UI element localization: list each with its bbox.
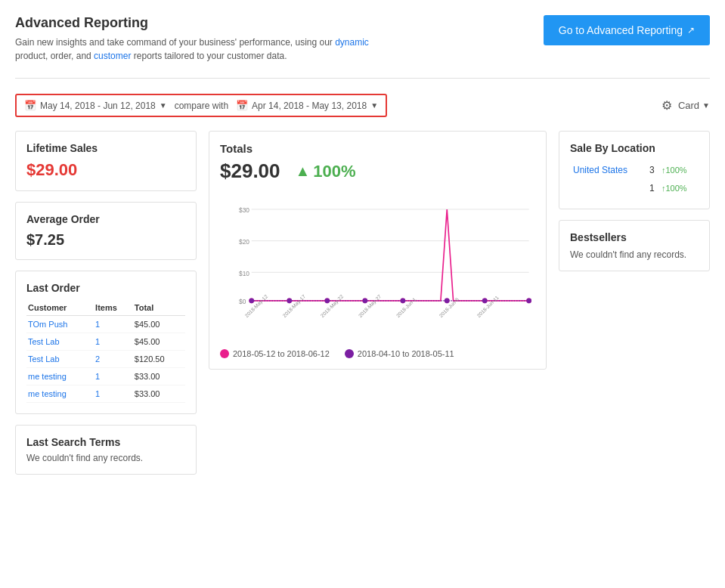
customer-cell[interactable]: me testing xyxy=(26,368,94,385)
last-order-title: Last Order xyxy=(26,282,185,294)
y-label-30: $30 xyxy=(239,206,249,214)
last-order-table: Customer Items Total TOm Push 1 $45.00 T… xyxy=(26,300,185,403)
bestsellers-card: Bestsellers We couldn't find any records… xyxy=(559,220,710,271)
x-label-5: 2018-Jun-1 xyxy=(395,296,417,318)
filter-date-range-container[interactable]: 📅 May 14, 2018 - Jun 12, 2018 ▼ compare … xyxy=(15,94,387,117)
location-pct: ↑100% xyxy=(660,180,697,197)
total-cell: $33.00 xyxy=(133,385,185,403)
external-link-icon: ↗ xyxy=(687,25,695,36)
totals-percent-value: 100% xyxy=(313,162,355,181)
legend-dot-compare xyxy=(345,349,354,358)
lifetime-sales-card: Lifetime Sales $29.00 xyxy=(15,131,197,191)
filter-bar: 📅 May 14, 2018 - Jun 12, 2018 ▼ compare … xyxy=(15,94,710,117)
compare-date-picker[interactable]: 📅 Apr 14, 2018 - May 13, 2018 ▼ xyxy=(236,100,378,111)
x-label-1: 2018-May-12 xyxy=(244,293,270,319)
totals-percent: ▲ 100% xyxy=(296,162,356,181)
table-row: TOm Push 1 $45.00 xyxy=(26,316,185,333)
last-search-title: Last Search Terms xyxy=(26,436,185,448)
items-cell[interactable]: 2 xyxy=(94,351,133,368)
totals-title: Totals xyxy=(220,142,535,155)
chart-svg: $30 $20 $10 $0 xyxy=(220,190,535,342)
desc-link2: customer xyxy=(94,51,131,61)
header-description: Gain new insights and take command of yo… xyxy=(15,36,393,63)
location-row: United States 3 ↑100% xyxy=(572,162,697,178)
total-cell: $45.00 xyxy=(133,333,185,351)
chevron-down-icon-compare: ▼ xyxy=(370,101,378,110)
total-cell: $33.00 xyxy=(133,368,185,385)
average-order-card: Average Order $7.25 xyxy=(15,202,197,260)
items-cell[interactable]: 1 xyxy=(94,333,133,351)
main-grid: Lifetime Sales $29.00 Average Order $7.2… xyxy=(15,131,710,475)
header-left: Advanced Reporting Gain new insights and… xyxy=(15,15,393,63)
calendar-icon-primary: 📅 xyxy=(24,100,36,111)
items-cell[interactable]: 1 xyxy=(94,368,133,385)
y-label-10: $10 xyxy=(239,270,249,277)
lifetime-sales-title: Lifetime Sales xyxy=(26,142,185,154)
col-items: Items xyxy=(94,300,133,316)
location-pct: ↑100% xyxy=(660,162,697,178)
legend-current: 2018-05-12 to 2018-06-12 xyxy=(220,349,330,358)
totals-chart: $30 $20 $10 $0 xyxy=(220,190,535,342)
customer-cell[interactable]: Test Lab xyxy=(26,351,94,368)
customer-cell[interactable]: Test Lab xyxy=(26,333,94,351)
header-section: Advanced Reporting Gain new insights and… xyxy=(15,15,710,79)
items-cell[interactable]: 1 xyxy=(94,385,133,403)
chevron-down-icon-primary: ▼ xyxy=(160,101,167,110)
location-table: United States 3 ↑100% 1 ↑100% xyxy=(570,160,699,198)
bestsellers-no-records: We couldn't find any records. xyxy=(570,249,699,260)
y-label-0: $0 xyxy=(239,298,246,305)
table-row: Test Lab 2 $120.50 xyxy=(26,351,185,368)
customer-cell[interactable]: TOm Push xyxy=(26,316,94,333)
card-view-button[interactable]: Card ▼ xyxy=(678,100,710,111)
compare-dot-6 xyxy=(445,299,450,304)
x-label-4: 2018-May-27 xyxy=(358,293,383,319)
total-cell: $120.50 xyxy=(133,351,185,368)
location-row: 1 ↑100% xyxy=(572,180,697,197)
current-period-line xyxy=(252,209,529,301)
last-search-terms-card: Last Search Terms We couldn't find any r… xyxy=(15,425,197,475)
last-order-card: Last Order Customer Items Total TOm Push… xyxy=(15,271,197,414)
x-label-2: 2018-May-17 xyxy=(282,293,308,319)
desc-mid: product, order, and xyxy=(15,51,94,61)
totals-card: Totals $29.00 ▲ 100% $30 $20 $10 $0 xyxy=(209,131,547,370)
customer-cell[interactable]: me testing xyxy=(26,385,94,403)
legend-compare: 2018-04-10 to 2018-05-11 xyxy=(345,349,454,358)
compare-dot-5 xyxy=(401,299,406,304)
items-cell[interactable]: 1 xyxy=(94,316,133,333)
compare-dot-3 xyxy=(324,299,330,304)
lifetime-sales-value: $29.00 xyxy=(26,160,185,180)
col-customer: Customer xyxy=(26,300,94,316)
table-row: Test Lab 1 $45.00 xyxy=(26,333,185,351)
primary-date-picker[interactable]: 📅 May 14, 2018 - Jun 12, 2018 ▼ xyxy=(24,100,167,111)
compare-dot-7 xyxy=(482,299,488,304)
sale-by-location-card: Sale By Location United States 3 ↑100% 1… xyxy=(559,131,710,209)
average-order-value: $7.25 xyxy=(26,231,185,249)
settings-icon[interactable]: ⚙ xyxy=(661,98,672,113)
legend-compare-label: 2018-04-10 to 2018-05-11 xyxy=(358,349,454,358)
legend-dot-current xyxy=(220,349,229,358)
totals-summary: $29.00 ▲ 100% xyxy=(220,159,535,183)
total-cell: $45.00 xyxy=(133,316,185,333)
legend-current-label: 2018-05-12 to 2018-06-12 xyxy=(233,349,330,358)
go-to-advanced-button[interactable]: Go to Advanced Reporting ↗ xyxy=(544,15,710,45)
compare-dot-1 xyxy=(249,299,254,304)
compare-with-label: compare with xyxy=(175,101,228,111)
compare-dot-2 xyxy=(287,299,292,304)
x-label-7: 2018-Jun-11 xyxy=(476,295,500,319)
page-title: Advanced Reporting xyxy=(15,15,393,31)
x-label-3: 2018-May-22 xyxy=(320,293,345,319)
desc-end: reports tailored to your customer data. xyxy=(134,51,287,61)
compare-dot-4 xyxy=(362,299,367,304)
chevron-down-icon-card: ▼ xyxy=(702,101,710,110)
location-name xyxy=(572,180,646,197)
up-arrow-icon: ▲ xyxy=(296,162,311,180)
calendar-icon-compare: 📅 xyxy=(236,100,248,111)
left-column: Lifetime Sales $29.00 Average Order $7.2… xyxy=(15,131,197,475)
sale-by-location-title: Sale By Location xyxy=(570,142,699,154)
desc-link1: dynamic xyxy=(335,37,369,48)
primary-date-label: May 14, 2018 - Jun 12, 2018 xyxy=(40,101,156,111)
search-no-records: We couldn't find any records. xyxy=(26,453,185,463)
table-row: me testing 1 $33.00 xyxy=(26,385,185,403)
totals-amount: $29.00 xyxy=(220,159,280,183)
bestsellers-title: Bestsellers xyxy=(570,231,699,243)
